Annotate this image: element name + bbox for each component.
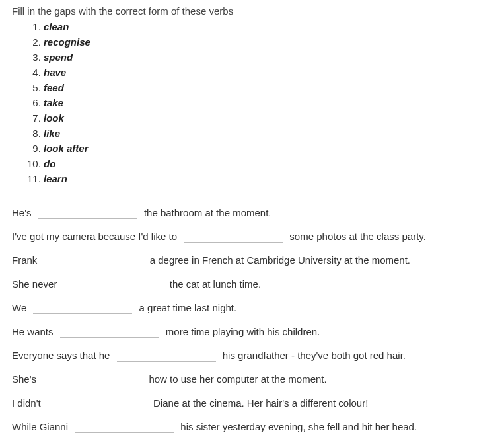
sentence-10: While Gianni his sister yesterday evenin… (12, 419, 492, 433)
verb-label: like (44, 128, 60, 139)
sentence-6: He wants more time playing with his chil… (12, 324, 492, 340)
sentence-text: We (12, 300, 29, 316)
verb-item-2: recognise (44, 34, 492, 50)
sentence-text: a degree in French at Cambridge Universi… (147, 253, 411, 268)
sentence-text: I've got my camera because I'd like to (12, 229, 180, 245)
verb-item-10: do (44, 156, 492, 171)
sentence-text: the bathroom at the moment. (141, 205, 271, 221)
verb-item-4: have (44, 65, 492, 80)
verb-item-3: spend (44, 50, 492, 65)
verb-label: do (44, 158, 55, 169)
verb-item-5: feed (44, 80, 492, 95)
gap-input-6[interactable] (60, 326, 159, 338)
verb-item-9: look after (44, 141, 492, 156)
sentence-text: Diane at the cinema. Her hair's a differ… (151, 395, 368, 411)
gap-input-1[interactable] (38, 207, 137, 219)
sentence-text: He's (12, 205, 34, 221)
gap-input-9[interactable] (48, 397, 147, 409)
verb-label: look (44, 112, 64, 124)
sentence-3: Frank a degree in French at Cambridge Un… (12, 253, 492, 268)
sentence-9: I didn't Diane at the cinema. Her hair's… (12, 395, 492, 411)
verb-label: take (44, 97, 63, 108)
verb-item-7: look (44, 110, 492, 126)
sentence-text: While Gianni (12, 419, 71, 433)
verb-label: have (44, 67, 66, 78)
sentence-text: a great time last night. (136, 300, 236, 316)
gap-input-3[interactable] (44, 255, 143, 266)
sentence-text: I didn't (12, 395, 44, 411)
instruction-text: Fill in the gaps with the correct form o… (12, 5, 492, 17)
gap-input-10[interactable] (75, 421, 174, 433)
sentence-2: I've got my camera because I'd like to s… (12, 229, 492, 245)
gap-input-2[interactable] (184, 231, 283, 243)
gap-input-4[interactable] (64, 278, 163, 290)
gap-input-5[interactable] (33, 302, 132, 314)
sentence-5: We a great time last night. (12, 300, 492, 316)
verb-item-6: take (44, 95, 492, 110)
verb-label: clean (44, 21, 69, 32)
verb-label: recognise (44, 36, 90, 48)
sentence-text: She never (12, 276, 60, 292)
gap-input-7[interactable] (117, 350, 216, 362)
verb-list: clean recognise spend have feed take loo… (44, 19, 492, 186)
gap-input-8[interactable] (43, 374, 142, 385)
sentence-7: Everyone says that he his grandfather - … (12, 348, 492, 364)
sentence-text: how to use her computer at the moment. (146, 372, 326, 387)
sentence-text: She's (12, 372, 39, 387)
sentence-text: Everyone says that he (12, 348, 113, 364)
sentence-text: He wants (12, 324, 56, 340)
sentence-text: more time playing with his children. (163, 324, 320, 340)
verb-item-1: clean (44, 19, 492, 34)
verb-label: learn (44, 173, 67, 184)
verb-label: spend (44, 52, 73, 63)
sentence-text: Frank (12, 253, 40, 268)
sentences-container: He's the bathroom at the moment. I've go… (12, 205, 492, 433)
verb-item-11: learn (44, 171, 492, 186)
sentence-text: his grandfather - they've both got red h… (220, 348, 406, 364)
sentence-text: his sister yesterday evening, she fell a… (178, 419, 417, 433)
sentence-text: the cat at lunch time. (167, 276, 262, 292)
sentence-text: some photos at the class party. (287, 229, 426, 245)
sentence-8: She's how to use her computer at the mom… (12, 372, 492, 387)
sentence-1: He's the bathroom at the moment. (12, 205, 492, 221)
verb-item-8: like (44, 126, 492, 141)
verb-label: feed (44, 82, 64, 93)
sentence-4: She never the cat at lunch time. (12, 276, 492, 292)
verb-label: look after (44, 143, 89, 154)
